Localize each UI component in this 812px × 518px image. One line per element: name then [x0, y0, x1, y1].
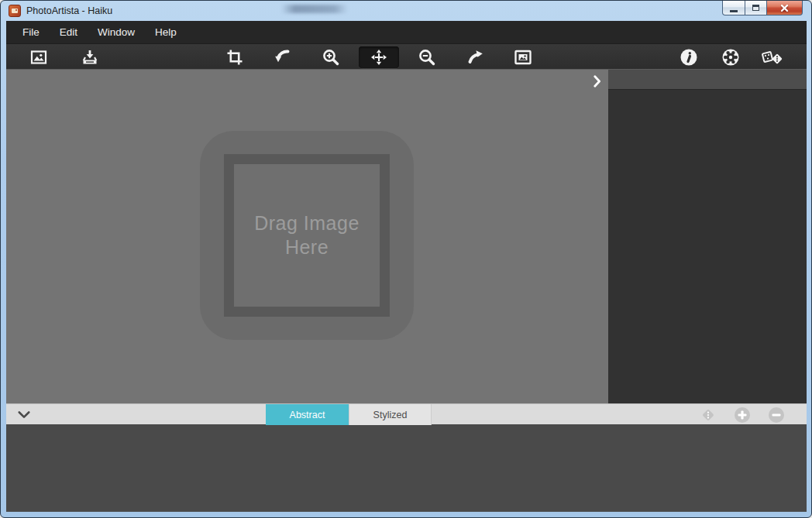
tabs: Abstract Stylized	[266, 404, 432, 425]
redo-button[interactable]	[455, 46, 495, 68]
info-button[interactable]	[672, 46, 706, 68]
title-bar[interactable]: PhotoArtista - Haiku	[1, 1, 811, 21]
main-area: Drag Image Here	[6, 69, 807, 403]
canvas[interactable]: Drag Image Here	[6, 69, 608, 403]
window-controls	[722, 1, 803, 15]
add-preset-button[interactable]	[731, 407, 754, 423]
tab-abstract[interactable]: Abstract	[266, 404, 349, 425]
close-button[interactable]	[767, 1, 803, 15]
image-button[interactable]	[503, 46, 543, 68]
save-icon	[80, 48, 100, 67]
app-window: PhotoArtista - Haiku File Edit Window He…	[0, 0, 812, 518]
rotate-button[interactable]	[263, 46, 303, 68]
toolbar-center-group	[215, 46, 543, 68]
rotate-icon	[274, 48, 292, 67]
toolbar-left-group	[19, 46, 110, 68]
settings-icon	[721, 48, 740, 67]
side-panel	[608, 69, 807, 403]
panel-toggle-button[interactable]	[592, 74, 603, 88]
preset-filmstrip[interactable]	[6, 424, 807, 512]
dropzone-label: Drag Image Here	[245, 211, 369, 260]
crop-icon	[225, 48, 244, 67]
close-icon	[780, 4, 789, 12]
minimize-button[interactable]	[722, 1, 745, 15]
maximize-icon	[752, 5, 759, 11]
open-image-icon	[29, 48, 49, 67]
menu-edit[interactable]: Edit	[50, 21, 88, 43]
collapse-button[interactable]	[16, 410, 32, 420]
side-panel-header	[608, 69, 807, 90]
move-icon	[370, 48, 388, 67]
redo-icon	[466, 48, 484, 67]
info-icon	[680, 48, 698, 67]
open-image-button[interactable]	[19, 46, 59, 68]
save-button[interactable]	[70, 46, 110, 68]
crop-button[interactable]	[215, 46, 255, 68]
image-icon	[513, 48, 533, 67]
dice-icon	[761, 48, 784, 67]
menu-bar: File Edit Window Help	[6, 21, 807, 43]
zoom-out-button[interactable]	[407, 46, 447, 68]
chevron-down-icon	[18, 411, 30, 419]
minus-icon	[768, 407, 785, 424]
preset-tab-bar: Abstract Stylized	[6, 403, 807, 424]
remove-preset-button[interactable]	[765, 407, 788, 423]
menu-window[interactable]: Window	[88, 21, 145, 43]
app-content: File Edit Window Help	[6, 21, 807, 512]
tab-bar-controls	[697, 407, 788, 423]
randomize-button[interactable]	[755, 46, 790, 68]
plus-icon	[734, 407, 751, 424]
menu-help[interactable]: Help	[145, 21, 187, 43]
minimize-icon	[730, 10, 738, 12]
maximize-button[interactable]	[745, 1, 767, 15]
blurred-text	[281, 5, 348, 13]
zoom-in-button[interactable]	[311, 46, 351, 68]
randomize-preset-button[interactable]	[697, 407, 720, 423]
image-dropzone[interactable]: Drag Image Here	[200, 131, 414, 340]
settings-button[interactable]	[714, 46, 748, 68]
zoom-in-icon	[322, 48, 340, 67]
app-icon	[9, 5, 21, 17]
toolbar-right-group	[672, 46, 790, 68]
zoom-out-icon	[418, 48, 436, 67]
dice-icon	[699, 407, 717, 424]
toolbar	[6, 43, 807, 69]
chevron-right-icon	[594, 75, 601, 87]
move-button[interactable]	[359, 46, 399, 68]
dropzone-frame: Drag Image Here	[224, 154, 390, 317]
tab-stylized[interactable]: Stylized	[349, 404, 432, 425]
menu-file[interactable]: File	[12, 21, 50, 43]
window-title: PhotoArtista - Haiku	[26, 5, 112, 16]
